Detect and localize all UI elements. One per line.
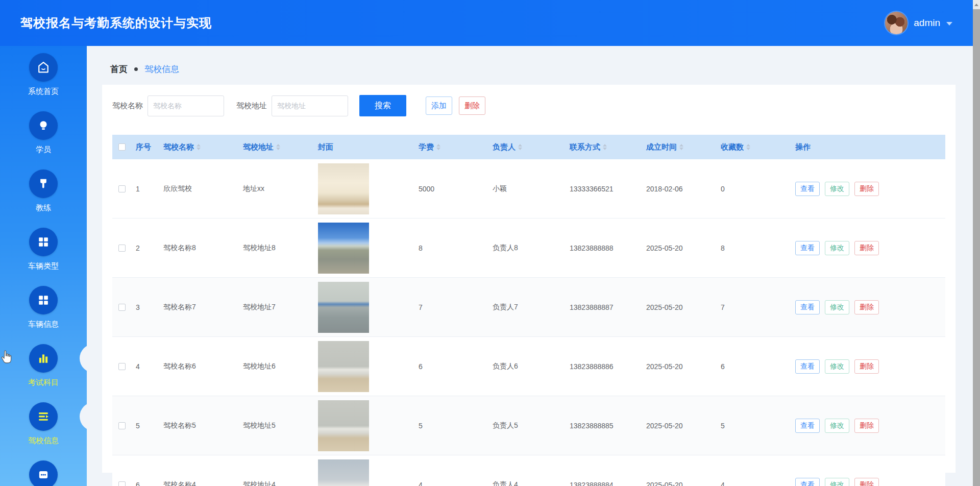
view-button[interactable]: 查看: [795, 419, 820, 433]
sidebar-item-exam-subjects[interactable]: 考试科目: [0, 337, 87, 395]
table-row: 4驾校名称6驾校地址66负责人6138238888862025-05-206查看…: [112, 337, 945, 396]
cell-tuition: 4: [414, 481, 488, 486]
school-name-input[interactable]: [148, 95, 224, 116]
sort-caret-icon[interactable]: [518, 144, 522, 150]
sidebar-item-students[interactable]: 学员: [0, 104, 87, 162]
column-header-tuition[interactable]: 学费: [414, 142, 488, 152]
cell-founded: 2018-02-06: [642, 185, 717, 193]
delete-button[interactable]: 删除: [854, 359, 879, 374]
cell-index: 2: [132, 244, 159, 252]
cover-image-training-cars-lot[interactable]: [318, 400, 369, 451]
sidebar-item-home[interactable]: 系统首页: [0, 46, 87, 104]
sort-caret-icon[interactable]: [197, 144, 201, 150]
sort-caret-icon[interactable]: [603, 144, 607, 150]
sidebar-item-more[interactable]: [0, 453, 87, 486]
column-header-label: 封面: [318, 142, 333, 152]
brush-icon: [29, 169, 58, 198]
user-avatar[interactable]: [885, 12, 908, 34]
column-header-cover: 封面: [314, 142, 414, 152]
delete-button[interactable]: 删除: [854, 241, 879, 255]
cover-image-training-cars-lot[interactable]: [318, 341, 369, 392]
sort-caret-icon[interactable]: [436, 144, 440, 150]
search-button[interactable]: 搜索: [359, 95, 406, 116]
sort-caret-icon[interactable]: [276, 144, 280, 150]
column-header-label: 操作: [795, 142, 811, 152]
active-item-notch: [79, 402, 87, 431]
sidebar-item-vehicle-info[interactable]: 车辆信息: [0, 279, 87, 337]
cell-favorites: 6: [717, 362, 791, 371]
edit-button[interactable]: 修改: [825, 419, 849, 433]
cell-phone: 13823888886: [566, 362, 642, 371]
sidebar-item-school-info[interactable]: 驾校信息: [0, 395, 87, 453]
cover-image-driving-course-sunny[interactable]: [318, 223, 369, 274]
row-checkbox[interactable]: [118, 304, 126, 311]
table-row: 5驾校名称5驾校地址55负责人5138238888852025-05-205查看…: [112, 396, 945, 455]
window-scrollbar[interactable]: [973, 0, 980, 486]
bar-chart-icon: [29, 344, 58, 373]
view-button[interactable]: 查看: [795, 241, 820, 255]
cell-tuition: 6: [414, 362, 488, 371]
cell-phone: 13823888885: [566, 422, 642, 430]
row-checkbox[interactable]: [118, 245, 126, 252]
select-all-checkbox[interactable]: [118, 143, 126, 151]
header-select-all-cell: [112, 143, 132, 151]
cell-manager: 负责人7: [488, 303, 566, 312]
sort-caret-icon[interactable]: [679, 144, 683, 150]
sort-caret-icon[interactable]: [746, 144, 750, 150]
cell-founded: 2025-05-20: [642, 362, 717, 371]
user-menu[interactable]: admin: [885, 0, 952, 46]
sidebar-item-vehicle-types[interactable]: 车辆类型: [0, 221, 87, 279]
view-button[interactable]: 查看: [795, 300, 820, 314]
row-checkbox[interactable]: [118, 185, 126, 192]
cover-image-driving-course-gray[interactable]: [318, 282, 369, 333]
cell-address: 驾校地址4: [239, 480, 314, 486]
cell-address: 驾校地址8: [239, 244, 314, 253]
cell-manager: 负责人5: [488, 421, 566, 430]
sidebar-item-coaches[interactable]: 教练: [0, 162, 87, 221]
sidebar-item-label: 驾校信息: [28, 436, 59, 446]
delete-button[interactable]: 删除: [854, 419, 879, 433]
cell-index: 1: [132, 185, 159, 193]
edit-button[interactable]: 修改: [825, 478, 849, 486]
column-header-favorites[interactable]: 收藏数: [717, 142, 791, 152]
row-checkbox[interactable]: [118, 422, 126, 429]
row-checkbox[interactable]: [118, 481, 126, 486]
cell-name: 驾校名称6: [159, 362, 239, 371]
cell-name: 驾校名称8: [159, 244, 239, 253]
delete-selected-button[interactable]: 删除: [459, 96, 485, 115]
edit-button[interactable]: 修改: [825, 182, 849, 196]
sidebar-item-label: 系统首页: [28, 87, 59, 96]
cover-image-interior-hall[interactable]: [318, 163, 369, 214]
cell-founded: 2025-05-20: [642, 481, 717, 486]
table-row: 1欣欣驾校地址xx5000小颖133333665212018-02-060查看修…: [112, 159, 945, 218]
delete-button[interactable]: 删除: [854, 182, 879, 196]
view-button[interactable]: 查看: [795, 359, 820, 374]
column-header-phone[interactable]: 联系方式: [566, 142, 642, 152]
table-header-row: 序号驾校名称驾校地址封面学费负责人联系方式成立时间收藏数操作: [112, 135, 945, 159]
view-button[interactable]: 查看: [795, 182, 820, 196]
scrollbar-up-arrow-icon[interactable]: [973, 0, 980, 9]
column-header-address[interactable]: 驾校地址: [239, 142, 314, 152]
sidebar-item-label: 车辆类型: [28, 261, 59, 271]
list-icon: [29, 402, 58, 431]
cell-index: 5: [132, 422, 159, 430]
delete-button[interactable]: 删除: [854, 478, 879, 486]
view-button[interactable]: 查看: [795, 478, 820, 486]
add-button[interactable]: 添加: [426, 96, 452, 115]
column-header-founded[interactable]: 成立时间: [642, 142, 717, 152]
breadcrumb-home[interactable]: 首页: [110, 63, 128, 75]
column-header-name[interactable]: 驾校名称: [159, 142, 239, 152]
edit-button[interactable]: 修改: [825, 359, 849, 374]
cell-actions: 查看修改删除: [791, 359, 945, 374]
breadcrumb-current[interactable]: 驾校信息: [144, 63, 179, 75]
row-checkbox[interactable]: [118, 363, 126, 370]
cover-image-training-cars-line[interactable]: [318, 459, 369, 486]
edit-button[interactable]: 修改: [825, 241, 849, 255]
cell-address: 驾校地址5: [239, 421, 314, 430]
column-header-manager[interactable]: 负责人: [488, 142, 566, 152]
cell-cover: [314, 163, 414, 214]
school-address-input[interactable]: [272, 95, 348, 116]
delete-button[interactable]: 删除: [854, 300, 879, 314]
cell-address: 地址xx: [239, 184, 314, 193]
edit-button[interactable]: 修改: [825, 300, 849, 314]
